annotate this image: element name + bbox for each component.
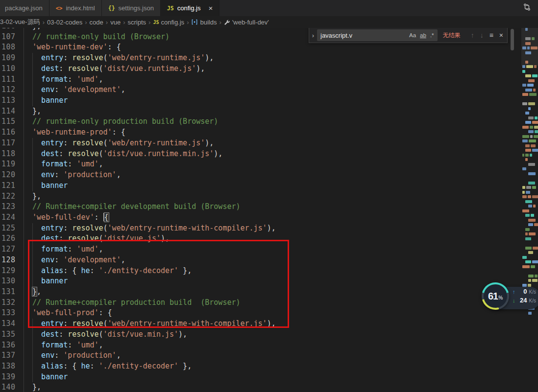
code-line-121[interactable]: 121 banner	[0, 181, 538, 191]
find-previous-icon[interactable]: ↑	[471, 31, 474, 39]
find-input[interactable]	[320, 32, 407, 39]
line-number[interactable]: 113	[0, 95, 20, 106]
tab-close-icon[interactable]: ×	[208, 4, 213, 12]
line-number[interactable]: 115	[0, 116, 20, 127]
code-line-118[interactable]: 118 dest: resolve('dist/vue.runtime.min.…	[0, 149, 538, 160]
line-number[interactable]: 136	[0, 340, 20, 351]
whole-word-icon[interactable]: ab	[418, 32, 428, 39]
line-number[interactable]: 110	[0, 64, 20, 74]
line-number[interactable]: 133	[0, 308, 20, 319]
match-case-icon[interactable]: Aa	[408, 32, 417, 39]
code-line-113[interactable]: 113 banner	[0, 95, 538, 106]
code-line-131[interactable]: 131 },	[0, 287, 538, 298]
regex-icon[interactable]: .*	[429, 32, 436, 39]
code-line-139[interactable]: 139 banner	[0, 372, 538, 383]
line-number[interactable]: 128	[0, 255, 20, 266]
code-line-127[interactable]: 127 format: 'umd',	[0, 244, 538, 255]
tab-config.js[interactable]: JSconfig.js×	[161, 0, 220, 16]
breadcrumb-item[interactable]: 'web-full-dev'	[224, 19, 269, 26]
line-number[interactable]: 108	[0, 42, 20, 53]
tab-package.json[interactable]: package.json	[0, 0, 49, 16]
line-number[interactable]: 123	[0, 202, 20, 212]
split-compare-icon[interactable]	[523, 3, 531, 13]
line-number[interactable]: 124	[0, 212, 20, 223]
breadcrumb-item[interactable]: code	[90, 19, 103, 26]
find-in-selection-icon[interactable]: ≡	[489, 31, 493, 39]
breadcrumb-item[interactable]: builds	[191, 19, 217, 26]
code-line-119[interactable]: 119 format: 'umd',	[0, 159, 538, 170]
line-number[interactable]: 109	[0, 53, 20, 64]
code-area[interactable]: 106 },107 // runtime-only build (Browser…	[0, 28, 538, 392]
line-number[interactable]: 118	[0, 149, 20, 160]
line-number[interactable]: 125	[0, 223, 20, 234]
code-line-138[interactable]: 138 alias: { he: './entity-decoder' },	[0, 361, 538, 372]
line-number[interactable]: 132	[0, 298, 20, 308]
code-line-128[interactable]: 128 env: 'development',	[0, 255, 538, 266]
line-number[interactable]: 131	[0, 287, 20, 298]
code-line-124[interactable]: 124 'web-full-dev': {	[0, 212, 538, 223]
code-line-110[interactable]: 110 dest: resolve('dist/vue.runtime.js')…	[0, 64, 538, 74]
code-line-120[interactable]: 120 env: 'production',	[0, 170, 538, 181]
line-number[interactable]: 120	[0, 170, 20, 181]
breadcrumb-item[interactable]: scripts	[127, 19, 146, 26]
breadcrumb-item[interactable]: 3-02-vue-源码	[0, 18, 40, 26]
find-next-icon[interactable]: ↓	[480, 31, 484, 39]
find-expand-toggle-icon[interactable]: ›	[309, 32, 317, 39]
scrollbar-thumb[interactable]	[511, 29, 514, 50]
code-line-122[interactable]: 122 },	[0, 191, 538, 202]
code-line-116[interactable]: 116 'web-runtime-prod': {	[0, 127, 538, 138]
line-number[interactable]: 127	[0, 244, 20, 255]
code-line-123[interactable]: 123 // Runtime+compiler development buil…	[0, 202, 538, 212]
breadcrumb-item[interactable]: JSconfig.js	[153, 19, 184, 26]
line-number[interactable]: 114	[0, 106, 20, 117]
code-line-109[interactable]: 109 entry: resolve('web/entry-runtime.js…	[0, 53, 538, 64]
line-number[interactable]: 134	[0, 319, 20, 329]
code-line-130[interactable]: 130 banner	[0, 276, 538, 287]
code-line-137[interactable]: 137 env: 'production',	[0, 350, 538, 361]
line-number[interactable]: 129	[0, 266, 20, 277]
line-number[interactable]: 137	[0, 350, 20, 361]
find-close-icon[interactable]: ×	[499, 31, 503, 39]
line-number[interactable]: 119	[0, 159, 20, 170]
line-number[interactable]: 139	[0, 372, 20, 383]
editor-pane[interactable]: 106 },107 // runtime-only build (Browser…	[0, 28, 538, 392]
line-number[interactable]: 121	[0, 181, 20, 191]
tab-settings.json[interactable]: {}settings.json	[102, 0, 161, 16]
code-line-135[interactable]: 135 dest: resolve('dist/vue.min.js'),	[0, 329, 538, 340]
breadcrumb-item[interactable]: 03-02-codes	[47, 19, 82, 26]
line-number[interactable]: 111	[0, 74, 20, 85]
indent-guide	[32, 340, 33, 351]
line-number[interactable]: 138	[0, 361, 20, 372]
code-line-112[interactable]: 112 env: 'development',	[0, 85, 538, 95]
line-number[interactable]: 130	[0, 276, 20, 287]
line-number[interactable]: 117	[0, 138, 20, 149]
code-line-136[interactable]: 136 format: 'umd',	[0, 340, 538, 351]
code-line-115[interactable]: 115 // runtime-only production build (Br…	[0, 116, 538, 127]
code-line-117[interactable]: 117 entry: resolve('web/entry-runtime.js…	[0, 138, 538, 149]
code-line-114[interactable]: 114 },	[0, 106, 538, 117]
code-line-129[interactable]: 129 alias: { he: './entity-decoder' },	[0, 266, 538, 277]
line-number[interactable]: 116	[0, 127, 20, 138]
code-line-132[interactable]: 132 // Runtime+compiler production build…	[0, 298, 538, 308]
code-line-134[interactable]: 134 entry: resolve('web/entry-runtime-wi…	[0, 319, 538, 329]
minimap-slider[interactable]	[521, 28, 538, 66]
code-line-133[interactable]: 133 'web-full-prod': {	[0, 308, 538, 319]
tab-index.html[interactable]: <>index.html	[49, 0, 102, 16]
minimap[interactable]	[521, 28, 538, 317]
line-number[interactable]: 122	[0, 191, 20, 202]
line-number[interactable]: 106	[0, 28, 20, 32]
line-number[interactable]: 126	[0, 233, 20, 244]
code-line-126[interactable]: 126 dest: resolve('dist/vue.js'),	[0, 233, 538, 244]
code-line-125[interactable]: 125 entry: resolve('web/entry-runtime-wi…	[0, 223, 538, 234]
line-number[interactable]: 140	[0, 382, 20, 392]
line-number[interactable]: 135	[0, 329, 20, 340]
code-line-111[interactable]: 111 format: 'umd',	[0, 74, 538, 85]
code-token: env	[24, 351, 54, 360]
breadcrumb-item[interactable]: vue	[110, 19, 121, 26]
minimap-line	[528, 284, 531, 287]
code-line-108[interactable]: 108 'web-runtime-dev': {	[0, 42, 538, 53]
cpu-percent-ring[interactable]: 61 %	[482, 282, 509, 310]
code-line-140[interactable]: 140 },	[0, 382, 538, 392]
line-number[interactable]: 112	[0, 85, 20, 95]
line-number[interactable]: 107	[0, 32, 20, 43]
